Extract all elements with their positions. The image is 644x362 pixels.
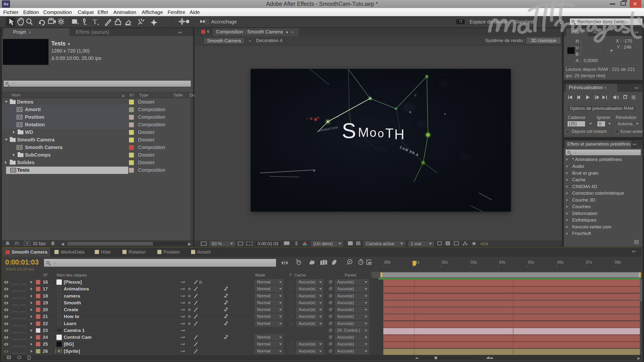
svg-text:H: H [394,126,404,142]
svg-text:fx: fx [199,280,202,284]
svg-text:o: o [378,127,384,140]
svg-text:M: M [358,125,369,140]
svg-text:T: T [385,126,394,141]
svg-text:S: S [342,118,356,143]
svg-text:o: o [370,126,376,140]
svg-text:T: T [93,18,97,26]
